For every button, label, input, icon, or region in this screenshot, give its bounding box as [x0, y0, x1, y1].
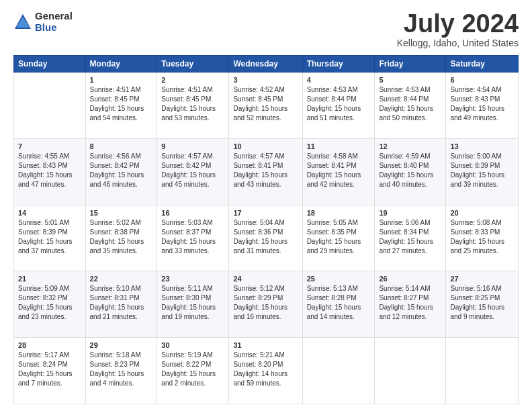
calendar-cell: 28Sunrise: 5:17 AMSunset: 8:24 PMDayligh…	[14, 338, 86, 404]
calendar-cell: 23Sunrise: 5:11 AMSunset: 8:30 PMDayligh…	[157, 271, 229, 338]
day-info: Sunrise: 5:09 AMSunset: 8:32 PMDaylight:…	[18, 284, 81, 322]
day-info: Sunrise: 4:56 AMSunset: 8:42 PMDaylight:…	[90, 152, 153, 189]
calendar-cell: 3Sunrise: 4:52 AMSunset: 8:45 PMDaylight…	[229, 73, 302, 139]
calendar-cell: 27Sunrise: 5:16 AMSunset: 8:25 PMDayligh…	[446, 271, 519, 338]
calendar-week-5: 28Sunrise: 5:17 AMSunset: 8:24 PMDayligh…	[14, 338, 519, 404]
day-info: Sunrise: 4:51 AMSunset: 8:45 PMDaylight:…	[161, 85, 224, 123]
calendar-cell: 16Sunrise: 5:03 AMSunset: 8:37 PMDayligh…	[157, 205, 229, 271]
calendar-cell: 30Sunrise: 5:19 AMSunset: 8:22 PMDayligh…	[157, 338, 229, 404]
calendar-cell: 4Sunrise: 4:53 AMSunset: 8:44 PMDaylight…	[302, 73, 375, 139]
day-number: 4	[307, 76, 371, 84]
calendar-cell: 11Sunrise: 4:58 AMSunset: 8:41 PMDayligh…	[302, 138, 375, 205]
calendar-cell: 12Sunrise: 4:59 AMSunset: 8:40 PMDayligh…	[375, 138, 446, 205]
logo-text: General Blue	[35, 11, 73, 33]
logo-icon	[13, 13, 32, 32]
day-number: 31	[233, 341, 298, 349]
day-info: Sunrise: 4:59 AMSunset: 8:40 PMDaylight:…	[379, 152, 441, 189]
day-number: 14	[18, 209, 81, 217]
calendar-cell: 9Sunrise: 4:57 AMSunset: 8:42 PMDaylight…	[157, 138, 229, 205]
day-number: 18	[307, 209, 371, 217]
day-info: Sunrise: 4:57 AMSunset: 8:41 PMDaylight:…	[233, 152, 298, 189]
day-number: 2	[161, 76, 224, 84]
day-info: Sunrise: 5:03 AMSunset: 8:37 PMDaylight:…	[161, 218, 224, 256]
weekday-header-saturday: Saturday	[446, 56, 519, 73]
calendar-cell: 18Sunrise: 5:05 AMSunset: 8:35 PMDayligh…	[302, 205, 375, 271]
calendar-cell: 20Sunrise: 5:08 AMSunset: 8:33 PMDayligh…	[446, 205, 519, 271]
day-number: 26	[379, 275, 441, 283]
day-info: Sunrise: 5:21 AMSunset: 8:20 PMDaylight:…	[233, 351, 298, 388]
weekday-header-monday: Monday	[85, 56, 157, 73]
day-number: 22	[90, 275, 153, 283]
weekday-header-thursday: Thursday	[302, 56, 375, 73]
calendar-cell	[302, 338, 375, 404]
page: General Blue July 2024 Kellogg, Idaho, U…	[0, 0, 532, 411]
calendar-cell: 7Sunrise: 4:55 AMSunset: 8:43 PMDaylight…	[14, 138, 86, 205]
calendar-cell: 29Sunrise: 5:18 AMSunset: 8:23 PMDayligh…	[85, 338, 157, 404]
day-info: Sunrise: 4:54 AMSunset: 8:43 PMDaylight:…	[450, 85, 514, 123]
day-number: 1	[90, 76, 153, 84]
day-number: 16	[161, 209, 224, 217]
day-info: Sunrise: 4:53 AMSunset: 8:44 PMDaylight:…	[307, 85, 371, 123]
day-number: 12	[379, 142, 441, 150]
day-number: 29	[90, 341, 153, 349]
day-info: Sunrise: 5:00 AMSunset: 8:39 PMDaylight:…	[450, 152, 514, 189]
day-info: Sunrise: 5:06 AMSunset: 8:34 PMDaylight:…	[379, 218, 441, 256]
day-number: 21	[18, 275, 81, 283]
day-info: Sunrise: 5:08 AMSunset: 8:33 PMDaylight:…	[450, 218, 514, 256]
calendar-cell	[446, 338, 519, 404]
day-info: Sunrise: 5:13 AMSunset: 8:28 PMDaylight:…	[307, 284, 371, 322]
calendar-week-3: 14Sunrise: 5:01 AMSunset: 8:39 PMDayligh…	[14, 205, 519, 271]
day-info: Sunrise: 4:53 AMSunset: 8:44 PMDaylight:…	[379, 85, 441, 123]
day-info: Sunrise: 5:18 AMSunset: 8:23 PMDaylight:…	[90, 351, 153, 388]
calendar-cell	[375, 338, 446, 404]
weekday-header-tuesday: Tuesday	[157, 56, 229, 73]
header: General Blue July 2024 Kellogg, Idaho, U…	[13, 11, 519, 48]
day-number: 13	[450, 142, 514, 150]
calendar-cell: 22Sunrise: 5:10 AMSunset: 8:31 PMDayligh…	[85, 271, 157, 338]
day-info: Sunrise: 5:16 AMSunset: 8:25 PMDaylight:…	[450, 284, 514, 322]
day-info: Sunrise: 5:11 AMSunset: 8:30 PMDaylight:…	[161, 284, 224, 322]
calendar-cell: 13Sunrise: 5:00 AMSunset: 8:39 PMDayligh…	[446, 138, 519, 205]
day-number: 15	[90, 209, 153, 217]
calendar-cell	[14, 73, 86, 139]
day-info: Sunrise: 4:55 AMSunset: 8:43 PMDaylight:…	[18, 152, 81, 189]
weekday-header-friday: Friday	[375, 56, 446, 73]
title-section: July 2024 Kellogg, Idaho, United States	[397, 11, 519, 48]
calendar-cell: 8Sunrise: 4:56 AMSunset: 8:42 PMDaylight…	[85, 138, 157, 205]
calendar-cell: 15Sunrise: 5:02 AMSunset: 8:38 PMDayligh…	[85, 205, 157, 271]
day-info: Sunrise: 5:14 AMSunset: 8:27 PMDaylight:…	[379, 284, 441, 322]
day-info: Sunrise: 5:17 AMSunset: 8:24 PMDaylight:…	[18, 351, 81, 388]
day-info: Sunrise: 4:57 AMSunset: 8:42 PMDaylight:…	[161, 152, 224, 189]
month-title: July 2024	[397, 11, 519, 36]
logo-general-text: General	[35, 11, 73, 22]
weekday-header-wednesday: Wednesday	[229, 56, 302, 73]
calendar-week-1: 1Sunrise: 4:51 AMSunset: 8:45 PMDaylight…	[14, 73, 519, 139]
day-info: Sunrise: 5:12 AMSunset: 8:29 PMDaylight:…	[233, 284, 298, 322]
day-number: 30	[161, 341, 224, 349]
day-info: Sunrise: 5:04 AMSunset: 8:36 PMDaylight:…	[233, 218, 298, 256]
day-info: Sunrise: 5:02 AMSunset: 8:38 PMDaylight:…	[90, 218, 153, 256]
day-number: 27	[450, 275, 514, 283]
calendar-table: SundayMondayTuesdayWednesdayThursdayFrid…	[13, 55, 519, 404]
day-number: 28	[18, 341, 81, 349]
day-number: 9	[161, 142, 224, 150]
svg-marker-1	[16, 17, 30, 28]
day-number: 20	[450, 209, 514, 217]
logo: General Blue	[13, 11, 73, 33]
calendar-cell: 26Sunrise: 5:14 AMSunset: 8:27 PMDayligh…	[375, 271, 446, 338]
calendar-cell: 25Sunrise: 5:13 AMSunset: 8:28 PMDayligh…	[302, 271, 375, 338]
day-number: 24	[233, 275, 298, 283]
day-number: 10	[233, 142, 298, 150]
day-info: Sunrise: 4:51 AMSunset: 8:45 PMDaylight:…	[90, 85, 153, 123]
day-info: Sunrise: 5:01 AMSunset: 8:39 PMDaylight:…	[18, 218, 81, 256]
calendar-cell: 2Sunrise: 4:51 AMSunset: 8:45 PMDaylight…	[157, 73, 229, 139]
calendar-cell: 17Sunrise: 5:04 AMSunset: 8:36 PMDayligh…	[229, 205, 302, 271]
day-number: 25	[307, 275, 371, 283]
day-number: 11	[307, 142, 371, 150]
calendar-cell: 10Sunrise: 4:57 AMSunset: 8:41 PMDayligh…	[229, 138, 302, 205]
calendar-cell: 6Sunrise: 4:54 AMSunset: 8:43 PMDaylight…	[446, 73, 519, 139]
day-info: Sunrise: 5:19 AMSunset: 8:22 PMDaylight:…	[161, 351, 224, 388]
header-row: SundayMondayTuesdayWednesdayThursdayFrid…	[14, 56, 519, 73]
day-info: Sunrise: 5:05 AMSunset: 8:35 PMDaylight:…	[307, 218, 371, 256]
logo-blue-text: Blue	[35, 22, 73, 34]
